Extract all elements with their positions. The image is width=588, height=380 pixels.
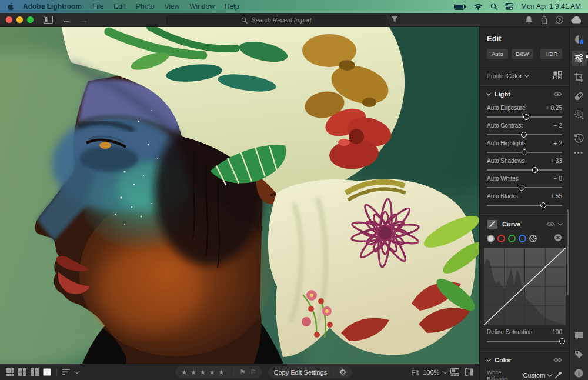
curve-icon[interactable]	[487, 220, 497, 229]
zoom-chevron-down-icon[interactable]	[443, 369, 447, 374]
sidebar-toggle-icon[interactable]	[44, 16, 53, 24]
curve-channel-selector	[487, 234, 562, 243]
comments-icon[interactable]	[574, 332, 584, 340]
menubar-items: FileEditPhotoViewWindowHelp	[92, 2, 249, 11]
copy-settings-group: Copy Edit Settings ⚙	[268, 366, 352, 378]
keywords-tag-icon[interactable]	[574, 350, 583, 359]
menubar-clock[interactable]: Mon Apr 1 9:41 AM	[521, 2, 581, 11]
menubar-item-photo[interactable]: Photo	[136, 2, 154, 11]
versions-history-icon[interactable]	[572, 131, 587, 146]
tool-rail: •••	[569, 27, 588, 380]
filmstrip-toggle-icon[interactable]	[450, 368, 459, 376]
auto-button[interactable]: Auto	[487, 49, 508, 59]
white-balance-chevron-down-icon[interactable]	[547, 372, 552, 376]
curve-visibility-eye-icon[interactable]	[546, 221, 555, 227]
menubar-item-view[interactable]: View	[164, 2, 179, 11]
slider-value: + 33	[550, 158, 562, 164]
detail-view-icon-active[interactable]	[43, 368, 51, 376]
square-grid-view-icon[interactable]	[18, 368, 26, 376]
menubar-item-file[interactable]: File	[92, 2, 103, 11]
close-window-button[interactable]	[6, 16, 12, 23]
color-section: Color White Balance Custom	[480, 352, 569, 380]
compare-view-icon[interactable]	[31, 368, 39, 376]
search-input[interactable]: Search Recent Import	[166, 15, 386, 25]
color-section-label: Color	[495, 356, 512, 364]
slider-auto-highlights[interactable]: Auto Highlights+ 2	[487, 140, 562, 153]
slider-knob[interactable]	[521, 132, 527, 138]
info-icon[interactable]	[574, 369, 583, 378]
menubar-item-edit[interactable]: Edit	[113, 2, 126, 11]
zoom-window-button[interactable]	[27, 16, 34, 23]
share-icon[interactable]	[540, 15, 548, 24]
menubar-item-window[interactable]: Window	[189, 2, 215, 11]
eyedropper-icon[interactable]	[554, 371, 562, 379]
back-arrow-icon[interactable]: ←	[62, 16, 71, 24]
minimize-window-button[interactable]	[16, 16, 23, 23]
channel-blue-button[interactable]	[519, 235, 526, 242]
photo-grid-view-icon[interactable]	[6, 368, 14, 376]
curve-collapse-chevron-icon[interactable]	[558, 221, 563, 225]
slider-knob[interactable]	[540, 202, 546, 208]
reset-curve-icon[interactable]	[554, 234, 562, 243]
masking-icon[interactable]	[572, 107, 587, 122]
slider-auto-blacks[interactable]: Auto Blacks+ 55	[487, 193, 562, 206]
slider-knob[interactable]	[523, 114, 529, 120]
healing-brush-icon[interactable]	[572, 88, 587, 104]
filter-icon[interactable]	[390, 15, 399, 23]
gear-icon[interactable]: ⚙	[339, 368, 346, 376]
slider-label: Auto Whites	[487, 175, 519, 182]
rating-flag-group: ★★★★★ ⚑ ⚐	[175, 366, 262, 378]
slider-value: − 8	[554, 175, 562, 182]
profile-chevron-down-icon[interactable]	[524, 72, 529, 77]
channel-green-button[interactable]	[508, 235, 516, 242]
light-visibility-eye-icon[interactable]	[553, 91, 562, 97]
view-mode-switcher	[6, 368, 51, 376]
color-visibility-eye-icon[interactable]	[553, 357, 562, 363]
bw-button[interactable]: B&W	[512, 49, 534, 59]
light-collapse-chevron-icon[interactable]	[486, 91, 491, 95]
forward-arrow-icon[interactable]: →	[80, 16, 88, 24]
slider-knob[interactable]	[522, 149, 527, 155]
help-icon[interactable]: ?	[556, 16, 563, 24]
sort-order-icon[interactable]	[62, 369, 71, 375]
before-after-view-icon[interactable]	[465, 368, 473, 376]
reject-flag-icon[interactable]: ⚐	[250, 369, 256, 375]
slider-knob[interactable]	[519, 185, 524, 191]
control-center-icon[interactable]	[505, 3, 513, 10]
spotlight-search-icon[interactable]	[490, 3, 497, 10]
profile-value[interactable]: Color	[506, 72, 522, 79]
hdr-button[interactable]: HDR	[540, 49, 562, 59]
slider-auto-exposure[interactable]: Auto Exposure+ 0.25	[487, 105, 562, 118]
slider-auto-whites[interactable]: Auto Whites− 8	[487, 175, 562, 188]
chevron-down-icon[interactable]	[75, 369, 79, 374]
channel-rgb-button[interactable]	[487, 235, 495, 242]
slider-auto-contrast[interactable]: Auto Contrast− 2	[487, 122, 562, 135]
star-rating[interactable]: ★★★★★	[181, 369, 228, 376]
slider-label: Auto Shadows	[487, 158, 525, 164]
light-sliders: Auto Exposure+ 0.25Auto Contrast− 2Auto …	[487, 105, 562, 206]
cloud-sync-icon[interactable]	[571, 16, 582, 24]
white-balance-value[interactable]: Custom	[523, 372, 545, 379]
more-tools-icon[interactable]: •••	[574, 149, 584, 156]
refine-saturation-slider[interactable]: Refine Saturation 100	[487, 329, 562, 342]
menubar-app-name[interactable]: Adobe Lightroom	[23, 2, 82, 11]
menubar-item-help[interactable]: Help	[225, 2, 239, 11]
crop-rotate-icon[interactable]	[572, 69, 587, 85]
slider-auto-shadows[interactable]: Auto Shadows+ 33	[487, 158, 562, 171]
slider-knob[interactable]	[559, 338, 565, 344]
channel-red-button[interactable]	[497, 235, 505, 242]
slider-knob[interactable]	[532, 167, 538, 173]
photo-canvas[interactable]	[0, 27, 479, 364]
channel-mixed-button[interactable]	[529, 235, 537, 242]
pick-flag-icon[interactable]: ⚑	[240, 369, 246, 375]
panel-scrollbar[interactable]	[567, 209, 569, 295]
zoom-level-value[interactable]: 100%	[423, 369, 439, 376]
cloud-sync-status-icon[interactable]	[572, 32, 587, 47]
profile-browser-grid-icon[interactable]	[553, 71, 562, 79]
tone-curve-histogram[interactable]	[484, 248, 566, 325]
apple-logo-icon[interactable]	[7, 2, 15, 11]
copy-edit-settings-button[interactable]: Copy Edit Settings	[274, 369, 328, 376]
color-collapse-chevron-icon[interactable]	[486, 356, 491, 361]
notifications-bell-icon[interactable]	[525, 16, 533, 24]
edit-sliders-icon[interactable]	[572, 51, 587, 66]
